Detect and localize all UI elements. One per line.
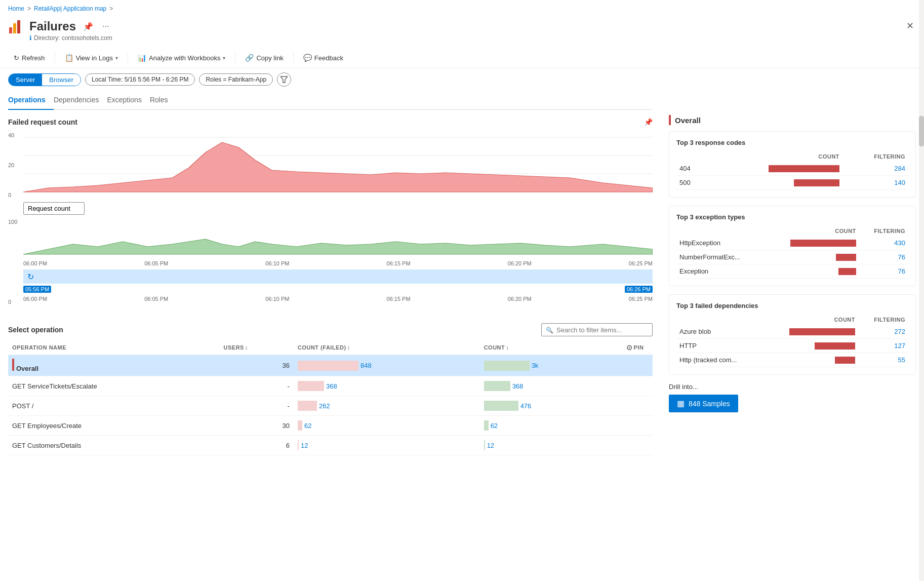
table-row[interactable]: GET ServiceTickets/Escalate-368368 <box>8 376 653 396</box>
col-exc-type <box>676 226 765 236</box>
view-logs-chevron: ▾ <box>115 55 118 61</box>
dep-bar <box>761 325 858 339</box>
count-link[interactable]: 3k <box>532 362 539 369</box>
exc-row[interactable]: Exception 76 <box>676 264 908 279</box>
exc-row[interactable]: HttpException 430 <box>676 236 908 250</box>
failed-count-link[interactable]: 62 <box>304 422 311 430</box>
tab-exceptions[interactable]: Exceptions <box>107 91 149 110</box>
feedback-icon <box>303 54 312 62</box>
table-row[interactable]: GET Employees/Create306262 <box>8 416 653 436</box>
rc-bar <box>706 162 842 176</box>
row-count-failed: 368 <box>294 376 480 396</box>
pin-button[interactable]: 📌 <box>81 20 95 33</box>
view-logs-button[interactable]: View in Logs ▾ <box>59 51 124 65</box>
rc-code: 500 <box>676 176 706 190</box>
col-count-failed[interactable]: COUNT (FAILED) ↕ <box>294 340 480 355</box>
server-browser-toggle: Server Browser <box>8 73 81 86</box>
exception-types-card: Top 3 exception types COUNT FILTERING Ht… <box>669 206 916 286</box>
col-rc-filtering: FILTERING <box>842 151 908 162</box>
pin-chart-icon[interactable]: 📌 <box>644 118 653 126</box>
row-count-failed: 262 <box>294 396 480 416</box>
exc-row[interactable]: NumberFormatExc... 76 <box>676 250 908 264</box>
toolbar-separator-2 <box>128 53 128 63</box>
exc-bar <box>765 250 859 264</box>
feedback-button[interactable]: Feedback <box>298 51 349 65</box>
y-label-0-req: 0 <box>8 299 23 305</box>
tab-roles[interactable]: Roles <box>150 91 176 110</box>
col-code <box>676 151 706 162</box>
dep-count[interactable]: 55 <box>858 353 908 367</box>
dep-row[interactable]: Azure blob 272 <box>676 325 908 339</box>
count-link[interactable]: 62 <box>491 422 498 430</box>
exc-count[interactable]: 76 <box>859 250 908 264</box>
count-link[interactable]: 368 <box>512 382 524 390</box>
row-pin <box>622 416 653 436</box>
close-button[interactable]: ✕ <box>904 18 916 33</box>
row-pin <box>622 396 653 416</box>
chart-dropdown-bar: Request count Response time Availability <box>23 202 653 215</box>
dep-bar <box>761 353 858 367</box>
link-icon <box>245 54 254 62</box>
search-icon <box>546 326 553 334</box>
time-axis-2: 06:00 PM 06:05 PM 06:10 PM 06:15 PM 06:2… <box>23 295 653 303</box>
exc-type: NumberFormatExc... <box>676 250 765 264</box>
failed-deps-table: COUNT FILTERING Azure blob 272 HTTP 127 … <box>676 315 908 367</box>
request-chart <box>23 219 653 259</box>
y-label-0-failed: 0 <box>8 192 23 198</box>
overall-label: Overall <box>675 116 701 125</box>
dep-row[interactable]: Http (tracked com... 55 <box>676 353 908 367</box>
failed-chart <box>23 132 653 198</box>
rc-row[interactable]: 500 140 <box>676 176 908 190</box>
chart-dropdown[interactable]: Request count Response time Availability <box>23 202 85 215</box>
failed-count-link[interactable]: 848 <box>360 362 372 369</box>
failed-count-link[interactable]: 262 <box>319 402 330 410</box>
rc-count[interactable]: 140 <box>842 176 908 190</box>
table-row[interactable]: POST /-262476 <box>8 396 653 416</box>
col-count[interactable]: COUNT ↕ <box>480 340 622 355</box>
refresh-strip-icon[interactable]: ↻ <box>27 272 34 282</box>
tab-dependencies[interactable]: Dependencies <box>54 91 107 110</box>
dep-row[interactable]: HTTP 127 <box>676 339 908 353</box>
more-button[interactable]: ··· <box>100 20 111 33</box>
roles-filter-chip[interactable]: Roles = Fabrikam-App <box>199 73 273 86</box>
search-input[interactable] <box>556 326 648 334</box>
browser-toggle-btn[interactable]: Browser <box>42 74 81 86</box>
analyze-button[interactable]: Analyze with Workbooks ▾ <box>132 51 231 65</box>
col-operation-name: OPERATION NAME <box>8 340 220 355</box>
tab-operations[interactable]: Operations <box>8 91 54 110</box>
refresh-button[interactable]: Refresh <box>8 51 51 65</box>
dep-type: Http (tracked com... <box>676 353 761 367</box>
time-filter-chip[interactable]: Local Time: 5/16 5:56 PM - 6:26 PM <box>85 73 195 86</box>
dep-count[interactable]: 272 <box>858 325 908 339</box>
failed-count-link[interactable]: 12 <box>301 442 308 449</box>
samples-button[interactable]: 848 Samples <box>669 395 738 412</box>
copy-link-button[interactable]: Copy link <box>239 51 289 65</box>
rc-count[interactable]: 284 <box>842 162 908 176</box>
table-row[interactable]: Overall368483k <box>8 355 653 376</box>
toolbar-separator-1 <box>55 53 55 63</box>
exc-type: HttpException <box>676 236 765 250</box>
breadcrumb-retailapp[interactable]: RetailApp| Application map <box>34 5 106 12</box>
breadcrumb-home[interactable]: Home <box>8 5 24 12</box>
feedback-label: Feedback <box>314 54 343 62</box>
server-toggle-btn[interactable]: Server <box>9 74 42 86</box>
col-exc-count: COUNT <box>765 226 859 236</box>
time-start-label: 05:56 PM <box>23 286 51 293</box>
sort-users-icon: ↕ <box>245 344 248 351</box>
exc-count[interactable]: 430 <box>859 236 908 250</box>
failed-count-link[interactable]: 368 <box>326 382 337 390</box>
dep-bar <box>761 339 858 353</box>
overall-row-label: Overall <box>16 365 38 372</box>
rc-row[interactable]: 404 284 <box>676 162 908 176</box>
svg-marker-3 <box>280 76 288 83</box>
table-row[interactable]: GET Customers/Details61212 <box>8 436 653 455</box>
col-users[interactable]: USERS ↕ <box>220 340 294 355</box>
count-link[interactable]: 12 <box>487 442 494 449</box>
dep-count[interactable]: 127 <box>858 339 908 353</box>
exc-count[interactable]: 76 <box>859 264 908 279</box>
count-link[interactable]: 476 <box>520 402 532 410</box>
y-label-100: 100 <box>8 219 23 225</box>
filter-funnel-btn[interactable] <box>277 72 291 87</box>
exc-bar <box>765 264 859 279</box>
refresh-icon <box>14 54 19 62</box>
